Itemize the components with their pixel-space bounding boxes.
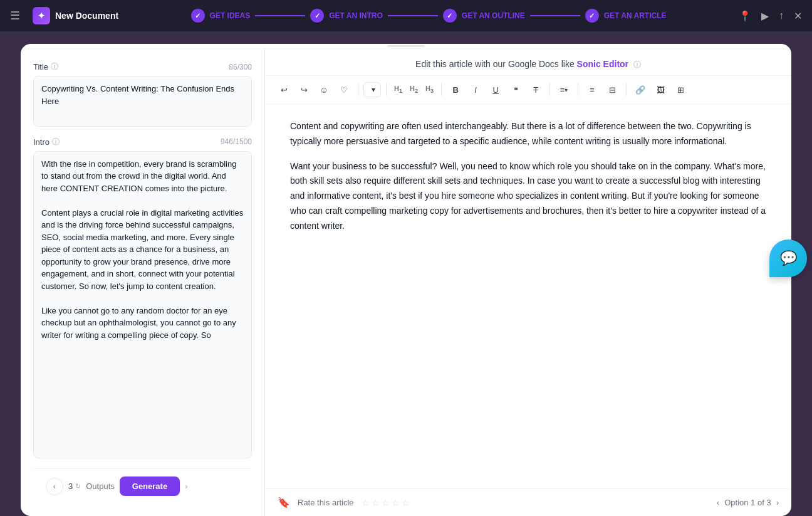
emoji-button[interactable]: ☺ — [315, 81, 333, 98]
toolbar-divider-2 — [386, 83, 387, 96]
generate-button[interactable]: Generate — [120, 477, 180, 496]
bold-button[interactable]: B — [447, 81, 464, 98]
title-counter: 86/300 — [229, 63, 252, 71]
star-3[interactable]: ☆ — [382, 498, 390, 508]
star-1[interactable]: ☆ — [362, 498, 370, 508]
chat-bubble[interactable]: 💬 — [769, 240, 807, 277]
step-check-intro: ✓ — [310, 9, 324, 23]
app-logo: ✦ New Document — [33, 7, 118, 24]
step-get-article[interactable]: ✓ GET AN ARTICLE — [585, 9, 667, 23]
page-number: 3 ↻ — [68, 482, 81, 491]
title-info-icon: ⓘ — [51, 61, 58, 72]
h1-button[interactable]: H1 — [392, 83, 405, 95]
step-label-outline: GET AN OUTLINE — [462, 11, 525, 20]
close-icon[interactable]: ✕ — [794, 10, 802, 22]
upload-icon[interactable]: ↑ — [779, 10, 784, 21]
top-bar: ☰ ✦ New Document ✓ GET IDEAS ✓ GET AN IN… — [0, 0, 812, 31]
star-4[interactable]: ☆ — [392, 498, 400, 508]
hamburger-icon[interactable]: ☰ — [10, 9, 20, 23]
top-bar-actions: 📍 ▶ ↑ ✕ — [739, 10, 802, 22]
content-paragraph-1: Content and copywriting are often used i… — [290, 119, 766, 149]
app-title: New Document — [55, 11, 118, 21]
right-panel: Edit this article with our Google Docs l… — [265, 49, 791, 516]
title-section: Title ⓘ 86/300 — [33, 61, 252, 127]
intro-input[interactable] — [33, 151, 252, 459]
toolbar-divider-5 — [578, 83, 578, 96]
prev-page-button[interactable]: ‹ — [46, 478, 63, 495]
step-connector-3 — [530, 15, 580, 16]
step-connector-2 — [388, 15, 438, 16]
heart-button[interactable]: ♡ — [335, 81, 353, 98]
title-header: Title ⓘ 86/300 — [33, 61, 252, 72]
steps-nav: ✓ GET IDEAS ✓ GET AN INTRO ✓ GET AN OUTL… — [131, 9, 726, 23]
editor-toolbar: ↩ ↪ ☺ ♡ ▾ H1 H2 H3 B — [265, 76, 791, 104]
main-content: Title ⓘ 86/300 Intro ⓘ 946/1500 — [0, 31, 812, 516]
step-get-intro[interactable]: ✓ GET AN INTRO — [310, 9, 383, 23]
play-icon[interactable]: ▶ — [761, 10, 769, 22]
star-2[interactable]: ☆ — [372, 498, 380, 508]
pin-icon[interactable]: 📍 — [739, 10, 751, 22]
title-input[interactable] — [33, 76, 252, 127]
step-connector-1 — [255, 15, 305, 16]
option-nav: ‹ Option 1 of 3 › — [717, 498, 779, 507]
undo-button[interactable]: ↩ — [275, 81, 293, 98]
toolbar-divider-6 — [626, 83, 627, 96]
step-check-article: ✓ — [585, 9, 599, 23]
next-arrow[interactable]: › — [185, 482, 187, 491]
intro-counter: 946/1500 — [221, 137, 252, 146]
italic-button[interactable]: I — [467, 81, 484, 98]
step-get-ideas[interactable]: ✓ GET IDEAS — [191, 9, 251, 23]
align-button[interactable]: ≡ ▾ — [555, 81, 573, 98]
star-rating[interactable]: ☆ ☆ ☆ ☆ ☆ — [362, 498, 410, 508]
refresh-icon: ↻ — [75, 482, 81, 490]
redo-button[interactable]: ↪ — [295, 81, 313, 98]
ordered-list-button[interactable]: ⊟ — [603, 81, 621, 98]
intro-section: Intro ⓘ 946/1500 — [33, 137, 252, 459]
sonic-editor-link[interactable]: Sonic Editor — [577, 59, 628, 69]
toolbar-divider-1 — [358, 83, 358, 96]
unordered-list-button[interactable]: ≡ — [583, 81, 601, 98]
left-panel: Title ⓘ 86/300 Intro ⓘ 946/1500 — [21, 49, 265, 516]
image-button[interactable]: 🖼 — [652, 81, 669, 98]
editor-prompt-text: Edit this article with our Google Docs l… — [415, 59, 575, 69]
intro-header: Intro ⓘ 946/1500 — [33, 137, 252, 147]
option-label: Option 1 of 3 — [724, 498, 771, 507]
intro-info-icon: ⓘ — [52, 137, 60, 147]
step-label-article: GET AN ARTICLE — [604, 11, 667, 20]
bookmark-icon[interactable]: 🔖 — [278, 497, 290, 508]
step-check-outline: ✓ — [443, 9, 457, 23]
editor-info-icon: ⓘ — [633, 60, 641, 69]
step-check-ideas: ✓ — [191, 9, 205, 23]
h3-button[interactable]: H3 — [423, 83, 436, 95]
rate-text: Rate this article — [298, 498, 354, 507]
toolbar-divider-3 — [441, 83, 442, 96]
title-label: Title ⓘ — [33, 61, 58, 72]
h2-button[interactable]: H2 — [407, 83, 420, 95]
editor-content[interactable]: Content and copywriting are often used i… — [265, 104, 791, 488]
logo-icon: ✦ — [33, 7, 50, 24]
intro-label: Intro ⓘ — [33, 137, 60, 147]
strikethrough-button[interactable]: T — [527, 81, 544, 98]
editor-header: Edit this article with our Google Docs l… — [265, 49, 791, 76]
star-5[interactable]: ☆ — [402, 498, 410, 508]
option-next-arrow[interactable]: › — [776, 498, 779, 507]
more-button[interactable]: ⊞ — [672, 81, 689, 98]
option-prev-arrow[interactable]: ‹ — [717, 498, 719, 507]
content-paragraph-2: Want your business to be successful? Wel… — [290, 159, 766, 234]
rating-bar: 🔖 Rate this article ☆ ☆ ☆ ☆ ☆ ‹ Option 1… — [265, 488, 791, 516]
step-label-ideas: GET IDEAS — [210, 11, 251, 20]
underline-button[interactable]: U — [487, 81, 504, 98]
step-label-intro: GET AN INTRO — [329, 11, 383, 20]
outputs-label: Outputs — [86, 482, 115, 491]
heading-buttons: H1 H2 H3 — [392, 83, 436, 95]
card-inner: Title ⓘ 86/300 Intro ⓘ 946/1500 — [21, 49, 791, 516]
content-card: Title ⓘ 86/300 Intro ⓘ 946/1500 — [21, 44, 791, 516]
toolbar-divider-4 — [549, 83, 550, 96]
link-button[interactable]: 🔗 — [632, 81, 649, 98]
bottom-controls: ‹ 3 ↻ Outputs Generate › — [33, 468, 252, 503]
chat-icon: 💬 — [780, 250, 797, 266]
quote-button[interactable]: ❝ — [507, 81, 524, 98]
step-get-outline[interactable]: ✓ GET AN OUTLINE — [443, 9, 525, 23]
style-select[interactable]: ▾ — [363, 82, 381, 97]
